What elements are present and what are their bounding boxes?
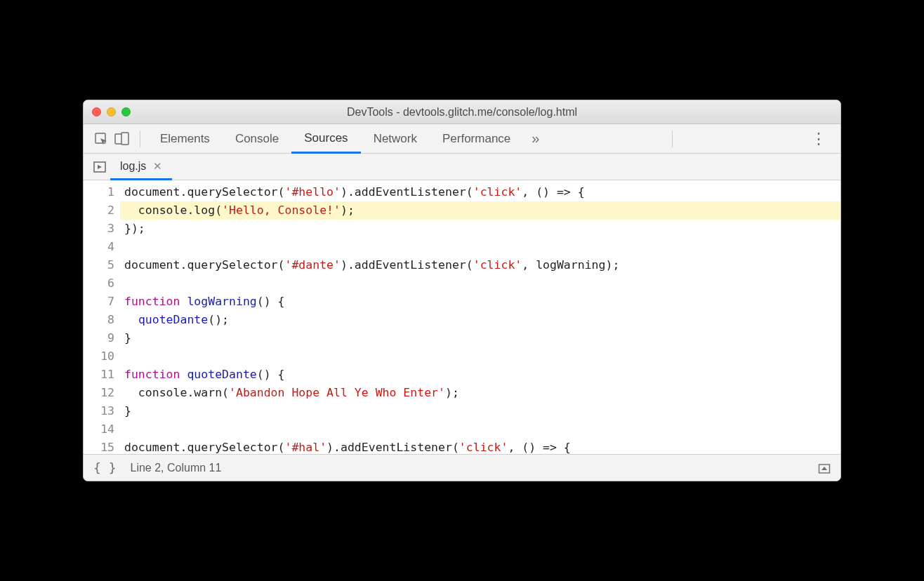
devtools-window: DevTools - devtools.glitch.me/console/lo… (83, 100, 841, 481)
code-editor[interactable]: 123456789101112131415 document.querySele… (84, 180, 840, 454)
code-line[interactable]: } (120, 402, 840, 420)
cursor-position: Line 2, Column 11 (131, 462, 222, 474)
tab-sources[interactable]: Sources (291, 124, 360, 154)
code-line[interactable]: quoteDante(); (120, 311, 840, 329)
code-line[interactable] (120, 420, 840, 439)
pretty-print-icon[interactable]: { } (93, 460, 117, 475)
tab-elements[interactable]: Elements (147, 124, 223, 154)
line-number[interactable]: 4 (84, 238, 114, 256)
code-line[interactable]: } (120, 329, 840, 347)
line-number[interactable]: 11 (84, 366, 114, 384)
close-window-button[interactable] (92, 107, 101, 116)
close-tab-icon[interactable]: ✕ (153, 160, 162, 173)
line-number[interactable]: 15 (84, 439, 114, 454)
window-titlebar: DevTools - devtools.glitch.me/console/lo… (84, 100, 840, 124)
svg-rect-2 (121, 133, 128, 145)
code-line[interactable]: function logWarning() { (120, 293, 840, 311)
separator (140, 131, 140, 147)
code-line[interactable]: document.querySelector('#hal').addEventL… (120, 439, 840, 454)
line-number[interactable]: 8 (84, 311, 114, 329)
line-number[interactable]: 12 (84, 384, 114, 402)
code-content[interactable]: document.querySelector('#hello').addEven… (120, 180, 840, 454)
line-number[interactable]: 14 (84, 420, 114, 439)
inspect-element-icon[interactable] (91, 128, 112, 149)
tab-network[interactable]: Network (361, 124, 430, 154)
code-line[interactable]: document.querySelector('#hello').addEven… (120, 183, 840, 201)
code-line[interactable]: function quoteDante() { (120, 366, 840, 384)
line-number[interactable]: 2 (84, 201, 114, 220)
code-line[interactable] (120, 238, 840, 256)
file-tab-bar: log.js ✕ (84, 154, 840, 180)
status-bar: { } Line 2, Column 11 (84, 454, 840, 481)
line-number[interactable]: 6 (84, 274, 114, 293)
traffic-lights (92, 107, 131, 116)
code-line[interactable]: document.querySelector('#dante').addEven… (120, 256, 840, 274)
tab-console[interactable]: Console (223, 124, 291, 154)
code-line[interactable]: }); (120, 220, 840, 238)
settings-menu-icon[interactable]: ⋮ (804, 130, 833, 148)
code-line[interactable] (120, 274, 840, 293)
separator (672, 131, 673, 147)
code-line[interactable]: console.warn('Abandon Hope All Ye Who En… (120, 384, 840, 402)
file-tab-logjs[interactable]: log.js ✕ (110, 154, 172, 180)
zoom-window-button[interactable] (121, 107, 131, 116)
line-number[interactable]: 9 (84, 329, 114, 347)
line-number[interactable]: 10 (84, 347, 114, 366)
main-tab-bar: Elements Console Sources Network Perform… (84, 124, 840, 154)
window-title: DevTools - devtools.glitch.me/console/lo… (347, 106, 577, 119)
navigator-toggle-icon[interactable] (89, 154, 110, 180)
minimize-window-button[interactable] (107, 107, 116, 116)
show-console-drawer-icon[interactable] (818, 462, 831, 474)
device-toolbar-icon[interactable] (112, 128, 133, 149)
line-number[interactable]: 7 (84, 293, 114, 311)
line-number[interactable]: 1 (84, 183, 114, 201)
tab-performance[interactable]: Performance (430, 124, 523, 154)
line-number[interactable]: 3 (84, 220, 114, 238)
line-number[interactable]: 13 (84, 402, 114, 420)
code-line[interactable]: console.log('Hello, Console!'); (120, 201, 840, 220)
file-tab-label: log.js (120, 160, 146, 173)
line-gutter: 123456789101112131415 (84, 180, 120, 454)
line-number[interactable]: 5 (84, 256, 114, 274)
more-tabs-button[interactable]: » (523, 131, 548, 147)
code-line[interactable] (120, 347, 840, 366)
